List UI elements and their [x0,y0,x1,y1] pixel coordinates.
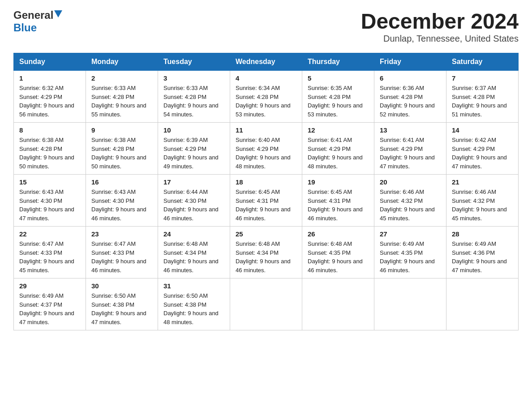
day-info: Sunrise: 6:41 AMSunset: 4:29 PMDaylight:… [380,136,441,171]
day-number: 28 [452,230,513,238]
calendar-cell: 28Sunrise: 6:49 AMSunset: 4:36 PMDayligh… [446,227,519,278]
calendar-cell: 5Sunrise: 6:35 AMSunset: 4:28 PMDaylight… [302,71,374,123]
day-number: 12 [308,126,369,134]
day-number: 9 [91,126,152,134]
day-number: 21 [452,178,513,186]
day-info: Sunrise: 6:43 AMSunset: 4:30 PMDaylight:… [91,188,152,223]
calendar-cell: 27Sunrise: 6:49 AMSunset: 4:35 PMDayligh… [374,227,446,278]
day-number: 31 [163,282,224,290]
logo: General Blue [13,9,62,34]
day-info: Sunrise: 6:49 AMSunset: 4:37 PMDaylight:… [19,291,80,326]
calendar-cell: 18Sunrise: 6:45 AMSunset: 4:31 PMDayligh… [230,175,302,227]
calendar-cell: 10Sunrise: 6:39 AMSunset: 4:29 PMDayligh… [158,123,230,175]
day-info: Sunrise: 6:45 AMSunset: 4:31 PMDaylight:… [308,188,369,223]
day-number: 10 [163,126,224,134]
day-number: 29 [19,282,80,290]
logo-blue-text: Blue [13,21,37,34]
day-info: Sunrise: 6:35 AMSunset: 4:28 PMDaylight:… [308,84,369,119]
day-number: 14 [452,126,513,134]
calendar-cell: 31Sunrise: 6:50 AMSunset: 4:38 PMDayligh… [158,278,230,330]
calendar-cell [230,278,302,330]
day-info: Sunrise: 6:50 AMSunset: 4:38 PMDaylight:… [91,291,152,326]
day-number: 20 [380,178,441,186]
day-number: 4 [236,74,296,82]
calendar-cell: 22Sunrise: 6:47 AMSunset: 4:33 PMDayligh… [14,227,86,278]
calendar-cell: 8Sunrise: 6:38 AMSunset: 4:28 PMDaylight… [14,123,86,175]
day-info: Sunrise: 6:45 AMSunset: 4:31 PMDaylight:… [236,188,296,223]
day-number: 22 [19,230,80,238]
day-number: 5 [308,74,369,82]
day-info: Sunrise: 6:48 AMSunset: 4:35 PMDaylight:… [308,240,369,274]
page-header: General Blue December 2024 Dunlap, Tenne… [13,9,519,44]
calendar-cell: 14Sunrise: 6:42 AMSunset: 4:29 PMDayligh… [446,123,519,175]
weekday-header-sunday: Sunday [14,53,86,71]
day-number: 19 [308,178,369,186]
day-info: Sunrise: 6:46 AMSunset: 4:32 PMDaylight:… [380,188,441,223]
week-row-2: 8Sunrise: 6:38 AMSunset: 4:28 PMDaylight… [14,123,519,175]
day-number: 30 [91,282,152,290]
calendar-cell: 6Sunrise: 6:36 AMSunset: 4:28 PMDaylight… [374,71,446,123]
calendar-cell: 17Sunrise: 6:44 AMSunset: 4:30 PMDayligh… [158,175,230,227]
week-row-1: 1Sunrise: 6:32 AMSunset: 4:29 PMDaylight… [14,71,519,123]
calendar-cell [302,278,374,330]
day-number: 25 [236,230,296,238]
day-number: 1 [19,74,80,82]
day-info: Sunrise: 6:49 AMSunset: 4:36 PMDaylight:… [452,240,513,274]
calendar-cell: 9Sunrise: 6:38 AMSunset: 4:28 PMDaylight… [86,123,158,175]
svg-marker-0 [54,10,62,17]
day-info: Sunrise: 6:43 AMSunset: 4:30 PMDaylight:… [19,188,80,223]
calendar-cell: 4Sunrise: 6:34 AMSunset: 4:28 PMDaylight… [230,71,302,123]
calendar-cell [446,278,519,330]
calendar-cell: 3Sunrise: 6:33 AMSunset: 4:28 PMDaylight… [158,71,230,123]
calendar-cell: 24Sunrise: 6:48 AMSunset: 4:34 PMDayligh… [158,227,230,278]
calendar-cell [374,278,446,330]
day-info: Sunrise: 6:39 AMSunset: 4:29 PMDaylight:… [163,136,224,171]
calendar-cell: 21Sunrise: 6:46 AMSunset: 4:32 PMDayligh… [446,175,519,227]
day-info: Sunrise: 6:33 AMSunset: 4:28 PMDaylight:… [91,84,152,119]
calendar-cell: 12Sunrise: 6:41 AMSunset: 4:29 PMDayligh… [302,123,374,175]
calendar-cell: 16Sunrise: 6:43 AMSunset: 4:30 PMDayligh… [86,175,158,227]
day-info: Sunrise: 6:48 AMSunset: 4:34 PMDaylight:… [236,240,296,274]
weekday-header-monday: Monday [86,53,158,71]
calendar-table: SundayMondayTuesdayWednesdayThursdayFrid… [13,53,519,330]
day-info: Sunrise: 6:41 AMSunset: 4:29 PMDaylight:… [308,136,369,171]
title-area: December 2024 Dunlap, Tennessee, United … [361,9,519,44]
day-number: 2 [91,74,152,82]
day-number: 15 [19,178,80,186]
month-title: December 2024 [361,9,519,34]
day-number: 18 [236,178,296,186]
day-number: 26 [308,230,369,238]
day-info: Sunrise: 6:34 AMSunset: 4:28 PMDaylight:… [236,84,296,119]
day-number: 11 [236,126,296,134]
day-info: Sunrise: 6:48 AMSunset: 4:34 PMDaylight:… [163,240,224,274]
week-row-4: 22Sunrise: 6:47 AMSunset: 4:33 PMDayligh… [14,227,519,278]
day-info: Sunrise: 6:49 AMSunset: 4:35 PMDaylight:… [380,240,441,274]
day-info: Sunrise: 6:38 AMSunset: 4:28 PMDaylight:… [19,136,80,171]
day-number: 23 [91,230,152,238]
day-info: Sunrise: 6:37 AMSunset: 4:28 PMDaylight:… [452,84,513,119]
logo-arrow-icon [54,10,62,20]
calendar-cell: 2Sunrise: 6:33 AMSunset: 4:28 PMDaylight… [86,71,158,123]
day-number: 16 [91,178,152,186]
day-info: Sunrise: 6:47 AMSunset: 4:33 PMDaylight:… [19,240,80,274]
calendar-cell: 20Sunrise: 6:46 AMSunset: 4:32 PMDayligh… [374,175,446,227]
day-info: Sunrise: 6:32 AMSunset: 4:29 PMDaylight:… [19,84,80,119]
weekday-header-friday: Friday [374,53,446,71]
day-number: 7 [452,74,513,82]
week-row-3: 15Sunrise: 6:43 AMSunset: 4:30 PMDayligh… [14,175,519,227]
calendar-cell: 30Sunrise: 6:50 AMSunset: 4:38 PMDayligh… [86,278,158,330]
location-text: Dunlap, Tennessee, United States [361,34,519,44]
weekday-header-saturday: Saturday [446,53,519,71]
calendar-cell: 29Sunrise: 6:49 AMSunset: 4:37 PMDayligh… [14,278,86,330]
calendar-cell: 11Sunrise: 6:40 AMSunset: 4:29 PMDayligh… [230,123,302,175]
calendar-cell: 23Sunrise: 6:47 AMSunset: 4:33 PMDayligh… [86,227,158,278]
day-number: 13 [380,126,441,134]
calendar-cell: 26Sunrise: 6:48 AMSunset: 4:35 PMDayligh… [302,227,374,278]
day-info: Sunrise: 6:50 AMSunset: 4:38 PMDaylight:… [163,291,224,326]
weekday-header-tuesday: Tuesday [158,53,230,71]
calendar-cell: 1Sunrise: 6:32 AMSunset: 4:29 PMDaylight… [14,71,86,123]
day-number: 6 [380,74,441,82]
day-info: Sunrise: 6:44 AMSunset: 4:30 PMDaylight:… [163,188,224,223]
day-number: 27 [380,230,441,238]
calendar-cell: 15Sunrise: 6:43 AMSunset: 4:30 PMDayligh… [14,175,86,227]
